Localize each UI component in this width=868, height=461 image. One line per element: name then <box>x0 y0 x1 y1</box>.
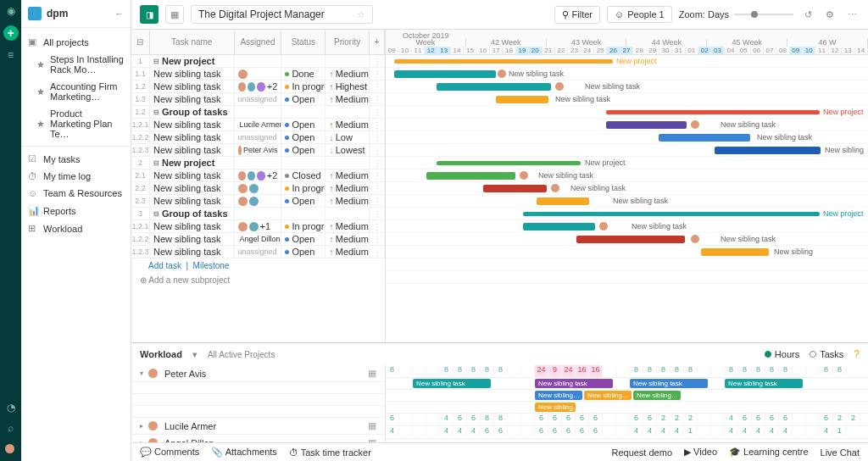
row-more-icon[interactable]: ⋮ <box>370 131 385 143</box>
row-more-icon[interactable]: ⋮ <box>370 169 385 181</box>
workload-task-bar[interactable]: New sibling task <box>535 379 613 388</box>
workload-person-row[interactable]: ▸Lucile Armer▦ <box>131 418 385 435</box>
learning-link[interactable]: 🎓 Learning centre <box>729 447 809 458</box>
row-more-icon[interactable]: ⋮ <box>370 182 385 194</box>
collapse-icon[interactable]: ⊟ <box>153 58 159 65</box>
sidebar-project[interactable]: ★Steps In Installing Rack Mo… <box>21 51 131 78</box>
workload-task-bar[interactable]: New sibling… <box>535 403 576 412</box>
gantt-bar[interactable] <box>701 248 769 256</box>
row-more-icon[interactable]: ⋮ <box>370 233 385 245</box>
menu-icon[interactable]: ≡ <box>5 49 17 61</box>
radio-hours[interactable]: Hours <box>765 349 799 359</box>
gantt-bar[interactable] <box>659 134 750 142</box>
task-row[interactable]: 1.2.3New sibling taskPeter AvisOpen↓Lowe… <box>131 144 385 157</box>
row-more-icon[interactable]: ⋮ <box>370 55 385 67</box>
row-more-icon[interactable]: ⋮ <box>370 81 385 92</box>
gantt-bar[interactable] <box>426 172 515 180</box>
help-icon[interactable]: ? <box>854 348 860 360</box>
chevron-down-icon[interactable]: ▾ <box>192 349 198 360</box>
settings-icon[interactable]: ⚙ <box>822 7 837 22</box>
gantt-bar[interactable] <box>483 185 547 192</box>
row-more-icon[interactable]: ⋮ <box>370 119 385 131</box>
gantt-bar[interactable] <box>606 110 820 114</box>
more-icon[interactable]: ⋯ <box>844 7 860 22</box>
sidebar-item[interactable]: ⊞Workload <box>21 219 131 237</box>
user-avatar[interactable] <box>5 442 17 454</box>
workload-task-bar[interactable]: New sibling… <box>584 391 632 400</box>
workload-task-bar[interactable]: New sibling task <box>630 379 708 388</box>
collapse-icon[interactable]: ⊟ <box>153 108 159 116</box>
timetracker-tab[interactable]: ⏱ Task time tracker <box>289 447 371 458</box>
sidebar-item[interactable]: ☺Team & Resources <box>21 185 131 202</box>
gantt-bar[interactable] <box>523 212 820 216</box>
task-row[interactable]: 1.3New sibling taskunassignedOpen↑Medium… <box>131 93 385 106</box>
sidebar-item[interactable]: ☑My tasks <box>21 150 131 168</box>
gantt-bar[interactable] <box>437 83 551 91</box>
add-task-link[interactable]: Add task | Milestone <box>131 258 385 273</box>
workload-task-bar[interactable]: New sibling… <box>633 391 681 400</box>
task-row[interactable]: 2.2New sibling taskIn progress↑Medium⋮ <box>131 182 385 195</box>
add-column-button[interactable]: + <box>370 30 385 54</box>
row-more-icon[interactable]: ⋮ <box>370 106 385 118</box>
task-row[interactable]: 1.1New sibling taskDone↑Medium⋮ <box>131 68 385 81</box>
task-row[interactable]: 1.2.3New sibling taskunassignedOpen↑Medi… <box>131 246 385 258</box>
row-more-icon[interactable]: ⋮ <box>370 220 385 232</box>
workload-task-bar[interactable]: New sibling task <box>413 379 491 388</box>
search-icon[interactable]: ⌕ <box>5 422 17 434</box>
request-demo[interactable]: Request demo <box>611 447 672 458</box>
row-more-icon[interactable]: ⋮ <box>370 208 385 219</box>
filter-button[interactable]: ⚲Filter <box>554 6 600 24</box>
task-row[interactable]: 1.2New sibling task+2In progress↑Highest… <box>131 81 385 93</box>
attachments-tab[interactable]: 📎 Attachments <box>211 447 277 458</box>
task-row[interactable]: 1.2.1New sibling task+1In progress↑Mediu… <box>131 220 385 233</box>
task-row[interactable]: 2⊟New project⋮ <box>131 157 385 169</box>
collapse-icon[interactable]: ← <box>114 8 124 19</box>
task-row[interactable]: 3⊟Group of tasks⋮ <box>131 208 385 220</box>
gantt-bar[interactable] <box>523 223 595 230</box>
zoom-slider[interactable] <box>734 14 793 15</box>
task-row[interactable]: 1.2⊟Group of tasks⋮ <box>131 106 385 119</box>
task-row[interactable]: 1.2.1New sibling taskLucile ArmerOpen↑Me… <box>131 119 385 131</box>
gantt-bar[interactable] <box>576 236 685 243</box>
sidebar-item[interactable]: 📊Reports <box>21 202 131 219</box>
nav-all-projects[interactable]: ▣All projects <box>21 33 131 51</box>
task-row[interactable]: 1.2.2New sibling taskAngel DillonOpen↑Me… <box>131 233 385 246</box>
notify-icon[interactable]: ◔ <box>5 402 17 414</box>
task-row[interactable]: 2.3New sibling taskOpen↑Medium⋮ <box>131 195 385 208</box>
task-row[interactable]: 1⊟New project⋮ <box>131 55 385 68</box>
workload-task-bar[interactable]: New sibling task <box>725 379 803 388</box>
add-subproject[interactable]: ⊕ Add a new subproject <box>131 273 385 287</box>
row-more-icon[interactable]: ⋮ <box>370 68 385 80</box>
project-title-input[interactable]: The Digital Project Manager ☆ <box>191 5 373 24</box>
collapse-icon[interactable]: ⊟ <box>153 210 159 218</box>
gantt-bar[interactable] <box>715 147 821 154</box>
live-chat[interactable]: Live Chat <box>821 447 860 458</box>
row-more-icon[interactable]: ⋮ <box>370 157 385 169</box>
gantt-bar[interactable] <box>437 161 581 165</box>
calendar-icon[interactable]: ▦ <box>368 420 376 431</box>
gantt-bar[interactable] <box>394 70 496 78</box>
expand-icon[interactable]: ▾ <box>140 369 143 377</box>
star-icon[interactable]: ☆ <box>357 9 365 20</box>
comments-tab[interactable]: 💬 Comments <box>140 447 199 458</box>
row-more-icon[interactable]: ⋮ <box>370 144 385 156</box>
task-row[interactable]: 1.2.2New sibling taskunassignedOpen↓Low⋮ <box>131 131 385 144</box>
radio-tasks[interactable]: Tasks <box>810 349 843 359</box>
sidebar-item[interactable]: ⏱My time log <box>21 168 131 185</box>
workload-filter[interactable]: All Active Projects <box>208 350 275 359</box>
task-row[interactable]: 2.1New sibling task+2Closed↑Medium⋮ <box>131 169 385 182</box>
gantt-bar[interactable] <box>537 197 589 205</box>
gantt-bar[interactable] <box>394 59 613 64</box>
workload-person-row[interactable]: ▾Peter Avis▦ <box>131 365 385 382</box>
board-view-button[interactable]: ▦ <box>165 5 184 24</box>
expand-icon[interactable]: ▸ <box>140 422 143 430</box>
undo-icon[interactable]: ↺ <box>800 7 815 22</box>
video-link[interactable]: ▶ Video <box>684 447 717 458</box>
calendar-icon[interactable]: ▦ <box>368 368 376 379</box>
gantt-bar[interactable] <box>496 96 548 103</box>
row-more-icon[interactable]: ⋮ <box>370 246 385 258</box>
workload-task-bar[interactable]: New sibling… <box>535 391 582 400</box>
gantt-bar[interactable] <box>606 121 687 129</box>
people-button[interactable]: ☺People 1 <box>607 6 672 23</box>
collapse-icon[interactable]: ⊟ <box>153 159 159 167</box>
